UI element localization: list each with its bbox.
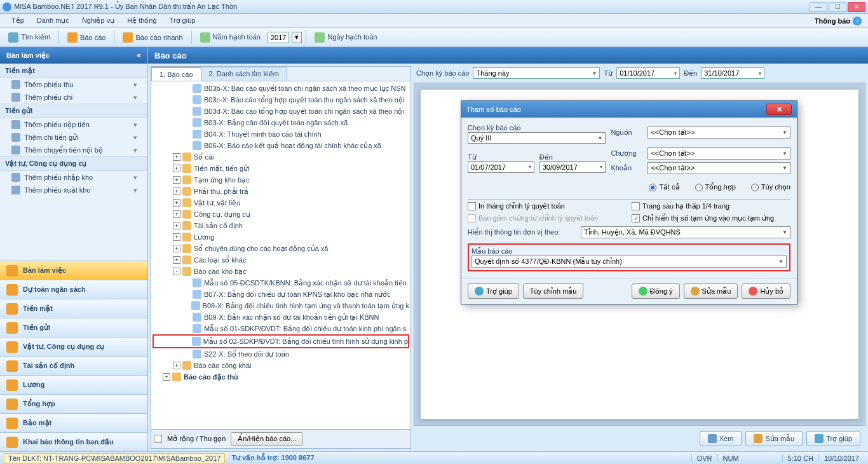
sidebar-item[interactable]: Thêm chuyển tiền nội bộ▾	[0, 144, 147, 156]
dlg-from-date[interactable]: 01/07/2017▾	[468, 161, 534, 173]
menu-operations[interactable]: Nghiệp vụ	[76, 17, 121, 25]
tree-node[interactable]: -Báo cáo kho bạc	[153, 266, 409, 277]
period-combo[interactable]: Tháng này▼	[473, 67, 600, 79]
chk-page[interactable]: Trang sau hạ thấp 1/4 trang	[632, 202, 790, 210]
nav-b-n-l-m-vi-c[interactable]: Bàn làm việc	[0, 261, 147, 280]
tree-node[interactable]: Mẫu số 02-SDKP/ĐVDT: Bảng đối chiếu tình…	[153, 334, 409, 348]
tree-toggle[interactable]: +	[173, 256, 180, 264]
chevron-down-icon[interactable]: ▾	[133, 121, 142, 129]
menu-catalog[interactable]: Danh mục	[31, 17, 76, 25]
chevron-down-icon[interactable]: ▾	[133, 133, 142, 142]
tree-toggle[interactable]: -	[173, 268, 180, 275]
tree-toggle[interactable]: +	[173, 165, 180, 172]
dlg-template-combo[interactable]: Quyết định số 4377/QĐ-KBNN (Mẫu tùy chỉn…	[471, 256, 787, 268]
chevron-down-icon[interactable]: ▾	[133, 186, 142, 194]
chevron-down-icon[interactable]: ▾	[133, 146, 142, 154]
tree-node[interactable]: B06-X: Báo cáo kết quả hoạt động tài chí…	[153, 140, 409, 151]
notification-link[interactable]: Thông báo	[815, 17, 868, 25]
tree-node[interactable]: +Phải thu, phải trả	[153, 186, 409, 197]
nav-t-i-s-n-c-nh[interactable]: Tài sản cố định	[0, 356, 147, 375]
tree-node[interactable]: Mẫu số 05-ĐCSDTK/KBNN: Bảng xác nhận số …	[153, 277, 409, 289]
tree-node[interactable]: +Báo cáo công khai	[153, 360, 409, 371]
tree-node[interactable]: B03d-X: Báo cáo tổng hợp quyết toán chi …	[153, 106, 409, 117]
nav-d-to-n-ng-n-s-ch[interactable]: Dự toán ngân sách	[0, 280, 147, 299]
nav-t-ng-h-p[interactable]: Tổng hợp	[0, 394, 147, 413]
tree-node[interactable]: +Vật tư, vật liệu	[153, 197, 409, 208]
to-date[interactable]: 31/10/2017▾	[701, 67, 764, 79]
menu-system[interactable]: Hệ thống	[121, 17, 163, 25]
dlg-custom-button[interactable]: Tùy chỉnh mẫu	[523, 283, 584, 299]
tree-node[interactable]: B03b-X: Báo cáo quyết toán chi ngân sách…	[153, 83, 409, 94]
dlg-edit-button[interactable]: Sửa mẫu	[684, 283, 738, 299]
sidebar-item[interactable]: Thêm phiếu nhập kho▾	[0, 171, 147, 184]
tree-node[interactable]: +Các loại sổ khác	[153, 254, 409, 266]
menu-file[interactable]: Tệp	[5, 17, 31, 25]
collapse-icon[interactable]: «	[137, 51, 141, 60]
quick-report-button[interactable]: Báo cáo nhanh	[118, 31, 187, 44]
sidebar-item[interactable]: Thêm chi tiền gửi▾	[0, 131, 147, 144]
sidebar-item[interactable]: Thêm phiếu chi▾	[0, 91, 147, 104]
tree-toggle[interactable]: +	[173, 188, 180, 195]
dlg-source-combo[interactable]: <<Chọn tất>>▼	[648, 126, 790, 139]
nav-v-t-t-c-ng-c-d-ng-c-[interactable]: Vật tư, Công cụ dụng cụ	[0, 337, 147, 356]
chk-print[interactable]: In tháng chỉnh lý quyết toán	[468, 202, 627, 210]
tree-node[interactable]: B08-X: Bảng đối chiếu tình hình tạm ứng …	[153, 300, 409, 311]
year-dropdown[interactable]: ▾	[292, 32, 302, 43]
tree-toggle[interactable]: +	[173, 153, 180, 161]
tree-toggle[interactable]: +	[173, 222, 180, 229]
toggle-reports-button[interactable]: Ẩn/Hiện báo cáo...	[231, 432, 303, 446]
expand-checkbox[interactable]	[154, 435, 162, 443]
dlg-cancel-button[interactable]: Hủy bỏ	[742, 283, 790, 299]
nav-ti-n-m-t[interactable]: Tiền mặt	[0, 299, 147, 318]
tab-reports[interactable]: 1. Báo cáo	[151, 67, 201, 81]
tree-toggle[interactable]: +	[173, 233, 180, 241]
tree-node[interactable]: B03c-X: Báo cáo tổng hợp quyết toán thu …	[153, 94, 409, 106]
menu-help[interactable]: Trợ giúp	[163, 17, 202, 25]
sidebar-item[interactable]: Thêm phiếu xuất kho▾	[0, 184, 147, 196]
dlg-unit-combo[interactable]: Tỉnh, Huyện, Xã, Mã ĐVQHNS▼	[581, 226, 790, 238]
tree-node[interactable]: B03-X: Bảng cân đối quyết toán ngân sách…	[153, 117, 409, 128]
report-tree[interactable]: B03b-X: Báo cáo quyết toán chi ngân sách…	[151, 81, 410, 429]
tree-toggle[interactable]: +	[173, 210, 180, 218]
tree-node[interactable]: +Tiền mặt, tiền gửi	[153, 163, 409, 174]
dlg-chapter-combo[interactable]: <<Chọn tất>>▼	[648, 147, 790, 160]
dialog-close-button[interactable]: ✕	[766, 104, 792, 115]
tree-toggle[interactable]: +	[173, 176, 180, 184]
tree-node[interactable]: +Lương	[153, 231, 409, 243]
tree-node[interactable]: B09-X: Bản xác nhận số dư tài khoản tiền…	[153, 311, 409, 323]
year-input[interactable]: 2017	[268, 32, 289, 43]
sidebar-item[interactable]: Thêm phiếu thu▾	[0, 78, 147, 91]
chevron-down-icon[interactable]: ▾	[133, 93, 142, 102]
from-date[interactable]: 01/10/2017▾	[616, 67, 680, 79]
search-button[interactable]: Tìm kiếm	[4, 31, 55, 44]
tree-toggle[interactable]: +	[173, 245, 180, 252]
minimize-button[interactable]: —	[810, 2, 827, 12]
edit-template-button[interactable]: Sửa mẫu	[745, 431, 803, 446]
tree-node[interactable]: B07-X: Bảng đối chiếu dự toán KPNS tại k…	[153, 289, 409, 300]
help-button[interactable]: Trợ giúp	[806, 431, 860, 446]
dlg-help-button[interactable]: Trợ giúp	[468, 283, 519, 299]
accounting-date-button[interactable]: Ngày hạch toán	[310, 31, 381, 44]
nav-khai-b-o-th-ng-tin-ban-u[interactable]: Khai báo thông tin ban đầu	[0, 432, 147, 451]
tree-toggle[interactable]: +	[163, 373, 170, 381]
maximize-button[interactable]: ☐	[829, 2, 846, 12]
dlg-ok-button[interactable]: Đồng ý	[632, 283, 680, 299]
dlg-to-date[interactable]: 30/09/2017▾	[539, 161, 606, 173]
support-link[interactable]: Tư vấn hỗ trợ: 1900 8677	[231, 454, 314, 462]
tree-node[interactable]: +Sổ chuyên dùng cho các hoạt động của xã	[153, 243, 409, 254]
chevron-down-icon[interactable]: ▾	[133, 81, 142, 89]
tree-node[interactable]: +Tài sản cố định	[153, 220, 409, 231]
close-button[interactable]: ✕	[848, 2, 865, 12]
tree-node[interactable]: +Sổ cái	[153, 151, 409, 163]
tree-toggle[interactable]: +	[173, 199, 180, 207]
nav-b-o-m-t[interactable]: Bảo mật	[0, 413, 147, 432]
dlg-item-combo[interactable]: <<Chọn tất>>▼	[648, 162, 790, 174]
radio-summary[interactable]: Tổng hợp	[695, 183, 736, 191]
radio-custom[interactable]: Tùy chọn	[751, 183, 790, 191]
tab-search-list[interactable]: 2. Danh sách tìm kiếm	[201, 67, 287, 81]
chk-show[interactable]: Chỉ hiển thị số tạm ứng vào mục tạm ứng	[632, 214, 790, 222]
view-button[interactable]: Xem	[700, 431, 742, 446]
nav-l-ng[interactable]: Lương	[0, 375, 147, 394]
sidebar-item[interactable]: Thêm phiếu nộp tiền▾	[0, 118, 147, 131]
tree-node[interactable]: +Báo cáo đặc thù	[153, 371, 409, 383]
